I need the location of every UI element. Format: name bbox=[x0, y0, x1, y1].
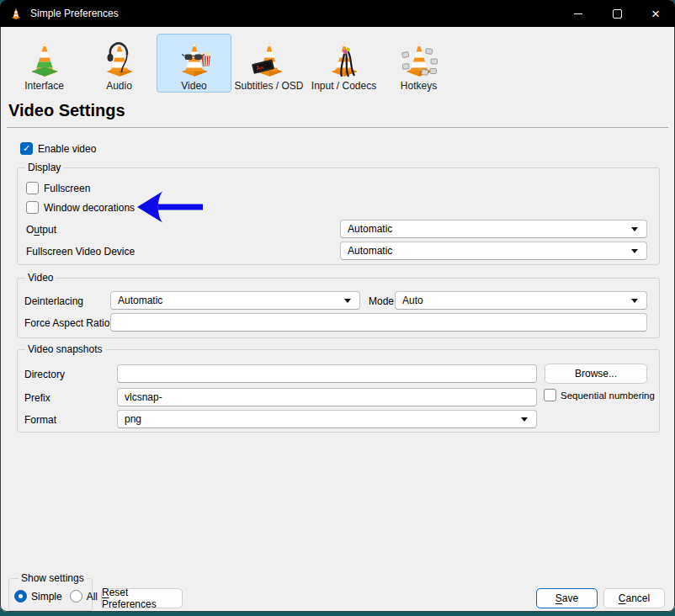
reset-preferences-button[interactable]: Reset Preferences bbox=[101, 588, 183, 608]
simple-preferences-dialog: Simple Preferences × Interface Audio bbox=[0, 0, 675, 612]
fullscreen-checkbox[interactable] bbox=[26, 182, 39, 194]
maximize-button[interactable] bbox=[598, 0, 636, 27]
save-button[interactable]: Save bbox=[536, 588, 598, 608]
tab-label: Interface bbox=[24, 80, 64, 92]
force-aspect-ratio-label: Force Aspect Ratio bbox=[24, 317, 109, 329]
snapshot-format-select[interactable]: png bbox=[117, 410, 537, 428]
chevron-down-icon bbox=[521, 417, 528, 422]
simple-radio-label: Simple bbox=[31, 591, 62, 603]
annotation-arrow-icon bbox=[136, 190, 204, 224]
all-radio[interactable] bbox=[70, 590, 82, 603]
video-group: Video Deinterlacing Automatic Mode Auto … bbox=[17, 278, 660, 338]
heading-divider bbox=[7, 127, 668, 128]
window-decorations-row: Window decorations bbox=[26, 201, 135, 214]
deinterlacing-select[interactable]: Automatic bbox=[110, 291, 360, 310]
display-group-title: Display bbox=[25, 162, 63, 173]
enable-video-checkbox[interactable] bbox=[20, 142, 33, 155]
page-title: Video Settings bbox=[8, 101, 125, 120]
deinterlacing-label: Deinterlacing bbox=[24, 295, 83, 307]
minimize-button[interactable] bbox=[559, 0, 598, 27]
audio-cone-icon bbox=[99, 39, 140, 79]
tab-label: Audio bbox=[106, 80, 132, 92]
video-cone-icon bbox=[174, 39, 215, 79]
fullscreen-video-device-select[interactable]: Automatic bbox=[340, 242, 647, 260]
chevron-down-icon bbox=[631, 249, 638, 253]
enable-video-row: Enable video bbox=[20, 142, 96, 155]
window-decorations-label: Window decorations bbox=[44, 202, 135, 214]
enable-video-label: Enable video bbox=[38, 143, 96, 155]
deinterlace-mode-select[interactable]: Auto bbox=[395, 291, 647, 310]
snapshot-directory-input[interactable] bbox=[117, 364, 537, 383]
video-snapshots-group-title: Video snapshots bbox=[25, 343, 105, 355]
show-settings-group: Show settings Simple All bbox=[8, 578, 93, 611]
tab-label: Hotkeys bbox=[401, 80, 437, 92]
directory-label: Directory bbox=[24, 369, 65, 380]
fullscreen-row: Fullscreen bbox=[26, 182, 90, 194]
tab-input-codecs[interactable]: Input / Codecs bbox=[306, 34, 381, 93]
chevron-down-icon bbox=[631, 299, 638, 303]
close-button[interactable]: × bbox=[636, 0, 675, 27]
fullscreen-video-device-label: Fullscreen Video Device bbox=[26, 246, 135, 258]
chevron-down-icon bbox=[344, 299, 351, 303]
tab-label: Input / Codecs bbox=[311, 80, 376, 92]
display-group: Display Fullscreen Window decorations Ou… bbox=[17, 167, 660, 265]
hotkeys-cone-icon bbox=[399, 39, 439, 79]
mode-value: Auto bbox=[402, 295, 423, 306]
show-settings-options: Simple All bbox=[14, 590, 98, 603]
category-tabbar: Interface Audio bbox=[7, 34, 456, 93]
input-codecs-cone-icon bbox=[324, 39, 364, 79]
snapshot-prefix-input[interactable] bbox=[117, 388, 537, 406]
tab-interface[interactable]: Interface bbox=[7, 34, 82, 93]
tab-audio[interactable]: Audio bbox=[82, 34, 157, 93]
window-decorations-checkbox[interactable] bbox=[26, 201, 39, 214]
mode-label: Mode bbox=[369, 295, 394, 307]
video-snapshots-group: Video snapshots Directory Browse... Pref… bbox=[17, 349, 660, 433]
output-label: Output bbox=[26, 224, 56, 236]
interface-cone-icon bbox=[24, 39, 65, 79]
sequential-numbering-checkbox[interactable] bbox=[544, 389, 556, 401]
minimize-icon bbox=[574, 13, 582, 14]
sequential-numbering-label: Sequential numbering bbox=[561, 390, 655, 401]
window-title: Simple Preferences bbox=[30, 8, 119, 19]
tab-label: Subtitles / OSD bbox=[234, 80, 303, 92]
sequential-numbering-row: Sequential numbering bbox=[544, 389, 655, 401]
vlc-app-icon bbox=[9, 7, 23, 20]
format-label: Format bbox=[24, 414, 56, 426]
deinterlacing-value: Automatic bbox=[118, 295, 162, 306]
subtitles-osd-cone-icon: A» bbox=[249, 39, 290, 79]
simple-radio[interactable] bbox=[14, 590, 27, 603]
tab-subtitles-osd[interactable]: A» Subtitles / OSD bbox=[231, 34, 306, 93]
force-aspect-ratio-input[interactable] bbox=[110, 313, 647, 332]
cancel-button[interactable]: Cancel bbox=[603, 588, 665, 608]
maximize-icon bbox=[613, 9, 622, 19]
tab-hotkeys[interactable]: Hotkeys bbox=[381, 34, 456, 93]
all-radio-label: All bbox=[87, 591, 98, 603]
close-icon: × bbox=[651, 7, 660, 21]
tab-video[interactable]: Video bbox=[157, 34, 231, 93]
chevron-down-icon bbox=[631, 227, 638, 231]
prefix-label: Prefix bbox=[24, 392, 50, 404]
output-select[interactable]: Automatic bbox=[340, 220, 647, 238]
format-value: png bbox=[125, 413, 141, 425]
titlebar: Simple Preferences × bbox=[0, 0, 675, 27]
browse-button[interactable]: Browse... bbox=[545, 364, 647, 384]
show-settings-title: Show settings bbox=[19, 572, 87, 584]
tab-label: Video bbox=[181, 80, 206, 92]
video-group-title: Video bbox=[25, 272, 56, 284]
fullscreen-video-device-value: Automatic bbox=[348, 245, 392, 257]
output-value: Automatic bbox=[348, 223, 392, 235]
fullscreen-label: Fullscreen bbox=[44, 183, 90, 194]
